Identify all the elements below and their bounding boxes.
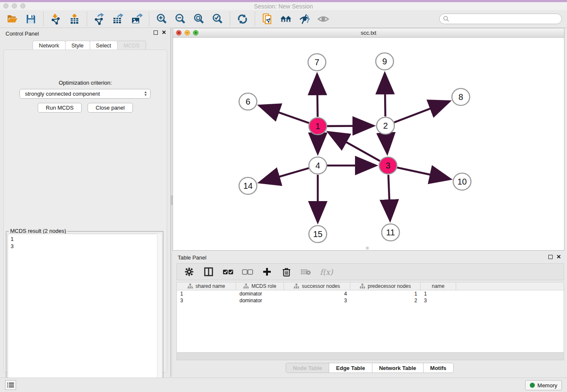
- network-window-title: scc.txt: [173, 30, 564, 36]
- column-label: predecessor nodes: [368, 283, 411, 289]
- export-image-icon: [130, 13, 143, 25]
- table-cell[interactable]: dominator: [236, 290, 284, 297]
- table-cell[interactable]: 1: [421, 290, 456, 297]
- tab-network-table[interactable]: Network Table: [372, 363, 424, 373]
- column-header-predecessor-nodes[interactable]: predecessor nodes: [350, 282, 421, 290]
- tab-select[interactable]: Select: [90, 41, 118, 50]
- export-table-button[interactable]: [112, 13, 124, 25]
- table-body[interactable]: 1dominator4113dominator323: [177, 290, 564, 304]
- table-cell[interactable]: 2: [350, 297, 421, 304]
- zoom-out-button[interactable]: [174, 13, 187, 25]
- table-row[interactable]: 1dominator411: [177, 290, 564, 297]
- zoom-in-button[interactable]: [155, 13, 168, 25]
- houses-icon: [280, 14, 292, 25]
- table-cell[interactable]: 3: [421, 297, 456, 304]
- graph-edge-3-11[interactable]: [388, 175, 390, 219]
- close-panel-icon[interactable]: ✕: [162, 30, 166, 35]
- hierarchy-icon: [294, 284, 299, 289]
- tab-mcds[interactable]: MCDS: [117, 41, 146, 50]
- show-all-button[interactable]: [317, 13, 330, 25]
- tab-network[interactable]: Network: [33, 41, 66, 50]
- graph-edge-1-6[interactable]: [261, 106, 309, 123]
- search-input[interactable]: [439, 14, 562, 24]
- zoom-in-icon: [156, 13, 168, 25]
- graph-node-label: 9: [382, 57, 387, 66]
- zoom-fit-button[interactable]: [193, 13, 205, 25]
- column-header-name[interactable]: name: [421, 282, 456, 290]
- tab-style[interactable]: Style: [65, 41, 90, 50]
- table-cell[interactable]: 3: [284, 297, 350, 304]
- function-builder-button[interactable]: f(x): [320, 268, 333, 276]
- graph-edge-1-7[interactable]: [317, 76, 317, 117]
- table-header-row[interactable]: shared nameMCDS rolesuccessor nodesprede…: [177, 282, 564, 290]
- graph-edge-2-3[interactable]: [386, 135, 387, 152]
- table-options-button[interactable]: [184, 266, 195, 277]
- window-titlebar: Session: New Session: [0, 2, 567, 10]
- canvas-resize-handle[interactable]: [366, 247, 369, 249]
- first-neighbors-button[interactable]: [280, 13, 292, 25]
- optimization-criterion-select[interactable]: strongly connected component ▲▼: [19, 89, 151, 99]
- column-label: MCDS role: [251, 283, 276, 289]
- show-columns-button[interactable]: [203, 266, 214, 277]
- close-panel-button[interactable]: Close panel: [88, 103, 133, 113]
- close-table-panel-icon[interactable]: ✕: [556, 255, 561, 259]
- table-cell[interactable]: 1: [350, 290, 421, 297]
- tab-motifs[interactable]: Motifs: [423, 363, 454, 373]
- graph-node-label: 8: [458, 92, 463, 102]
- run-mcds-button[interactable]: Run MCDS: [38, 103, 82, 113]
- import-network-button[interactable]: [50, 13, 62, 25]
- column-header-shared-name[interactable]: shared name: [177, 282, 236, 290]
- select-all-button[interactable]: [223, 266, 234, 277]
- table-cell[interactable]: dominator: [236, 297, 284, 304]
- select-all-check-icon: [223, 269, 234, 275]
- network-canvas[interactable]: 7968124314101511: [173, 38, 564, 250]
- graph-edge-3-1[interactable]: [330, 133, 380, 161]
- network-graph[interactable]: 7968124314101511: [173, 38, 564, 250]
- float-panel-icon[interactable]: [154, 30, 158, 35]
- export-network-button[interactable]: [93, 13, 106, 25]
- delete-column-button[interactable]: [281, 266, 292, 277]
- zoom-selected-button[interactable]: [211, 13, 224, 25]
- table-bottom-strip: [176, 353, 564, 360]
- graph-node-label: 14: [243, 181, 253, 190]
- network-window-titlebar[interactable]: ✕ − + scc.txt: [173, 28, 564, 38]
- control-panel-title: Control Panel: [6, 30, 39, 37]
- export-image-button[interactable]: [130, 13, 143, 25]
- import-table-button[interactable]: [68, 13, 81, 25]
- graph-edge-3-10[interactable]: [397, 168, 449, 179]
- table-cell[interactable]: 1: [177, 290, 236, 297]
- refresh-layout-button[interactable]: [236, 13, 249, 25]
- task-history-button[interactable]: [5, 380, 16, 390]
- show-eye-icon: [317, 14, 330, 24]
- result-scrollbar[interactable]: [157, 234, 162, 390]
- refresh-icon: [237, 13, 248, 25]
- float-table-panel-icon[interactable]: [548, 255, 553, 259]
- tab-node-table[interactable]: Node Table: [286, 363, 329, 373]
- table-cell[interactable]: 3: [177, 297, 236, 304]
- clone-network-button[interactable]: [261, 13, 274, 25]
- memory-button[interactable]: Memory: [525, 380, 562, 390]
- mcds-result-text[interactable]: 1 3: [8, 234, 162, 390]
- column-header-successor-nodes[interactable]: successor nodes: [284, 282, 350, 290]
- save-session-button[interactable]: [25, 13, 37, 25]
- tab-edge-table[interactable]: Edge Table: [329, 363, 372, 373]
- delete-table-button[interactable]: [300, 266, 311, 277]
- export-group: [87, 12, 149, 26]
- node-table[interactable]: shared nameMCDS rolesuccessor nodesprede…: [176, 282, 564, 353]
- add-column-button[interactable]: [261, 266, 272, 277]
- table-cell[interactable]: 4: [284, 290, 350, 297]
- graph-edge-1-2[interactable]: [327, 126, 372, 126]
- graph-edge-2-8[interactable]: [394, 102, 449, 122]
- column-header-MCDS-role[interactable]: MCDS role: [236, 282, 284, 290]
- window-title: Session: New Session: [0, 3, 567, 10]
- table-row[interactable]: 3dominator323: [177, 297, 564, 304]
- graph-edge-4-14[interactable]: [261, 168, 309, 182]
- graph-edge-2-9[interactable]: [385, 75, 385, 116]
- optimization-criterion-label: Optimization criterion:: [4, 80, 167, 86]
- graph-node-label: 11: [386, 228, 395, 237]
- control-panel: Control Panel ✕ Network Style Select MCD…: [0, 28, 171, 377]
- hide-selected-button[interactable]: [298, 13, 311, 25]
- deselect-all-button[interactable]: [242, 266, 253, 277]
- file-group: [0, 12, 43, 26]
- open-session-button[interactable]: [6, 13, 19, 25]
